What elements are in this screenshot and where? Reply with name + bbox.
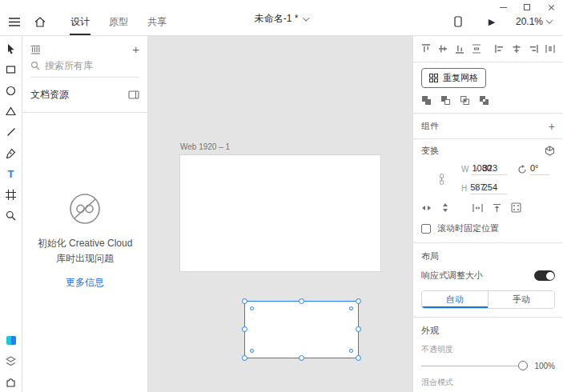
align-bottom-button[interactable] [455,44,464,54]
zoom-tool[interactable] [5,210,18,221]
close-button[interactable] [539,0,563,14]
layers-icon [6,356,16,366]
search-icon [30,61,40,70]
corner-radius-handle-ne[interactable] [349,306,353,310]
libraries-panel-button[interactable] [5,334,18,346]
rotation-input[interactable]: 0° [530,163,549,175]
3d-transform-button[interactable] [545,146,555,156]
home-button[interactable] [30,12,50,31]
responsive-resize-row: 响应式调整大小 [421,270,555,282]
repeat-grid-button[interactable]: 重复网格 [421,68,486,88]
top-bar-row: 设计 原型 共享 未命名-1 * ▶ 20.1% [5,8,557,35]
flip-horizontal-button[interactable] [421,203,432,213]
artboard-tool[interactable] [5,189,18,200]
boolean-intersect-icon [460,95,470,106]
align-center-button[interactable] [512,44,521,54]
layers-panel-button[interactable] [5,355,18,366]
document-title-menu[interactable]: 未命名-1 * [255,12,309,26]
lock-aspect-ratio-button[interactable] [421,174,461,185]
artboard-title[interactable]: Web 1920 – 1 [180,142,230,151]
stack-button[interactable] [492,203,502,213]
selection-handle-w[interactable] [242,326,247,332]
flip-horizontal-icon [421,203,432,213]
resize-auto-label: 自动 [446,294,464,306]
desktop-preview-button[interactable]: ▶ [482,12,501,31]
search-input[interactable] [45,60,127,71]
line-tool[interactable] [5,126,18,138]
rectangle-tool[interactable] [5,64,18,75]
corner-radius-button[interactable] [511,202,521,213]
align-middle-button[interactable] [438,44,448,54]
artboard[interactable] [180,155,380,271]
repeat-grid-label: 重复网格 [443,72,478,84]
more-info-link[interactable]: 更多信息 [66,276,104,290]
line-icon [6,127,16,137]
text-tool-icon: T [8,168,14,180]
y-input[interactable]: 254 [483,182,507,194]
opacity-slider[interactable] [421,361,528,370]
tab-prototype[interactable]: 原型 [99,8,138,35]
selection-handle-nw[interactable] [242,298,247,304]
height-field: H 587 [461,182,474,194]
canvas[interactable]: Web 1920 – 1 [148,36,412,392]
distribute-vertical-button[interactable] [472,44,481,54]
plugins-panel-button[interactable] [5,376,18,387]
ellipse-icon [6,86,16,96]
boolean-intersect-button[interactable] [460,95,470,106]
selected-rectangle[interactable] [244,301,359,358]
corner-radius-handle-se[interactable] [349,349,353,353]
align-left-icon [495,44,505,54]
zoom-level-menu[interactable]: 20.1% [516,16,552,27]
chevron-down-icon [303,14,309,21]
polygon-tool[interactable] [5,106,18,117]
pen-tool[interactable] [5,147,18,158]
maximize-button[interactable] [515,0,539,14]
resize-auto-button[interactable]: 自动 [422,291,488,308]
transform-section: 变换 W 1080 X 323 [413,139,563,243]
selection-handle-se[interactable] [356,355,361,361]
text-tool[interactable]: T [5,168,18,179]
top-bar: 设计 原型 共享 未命名-1 * ▶ 20.1% [0,0,563,36]
ellipse-tool[interactable] [5,85,18,96]
corner-radius-handle-nw[interactable] [250,306,254,310]
selection-handle-n[interactable] [299,298,304,304]
preview-on-device-button[interactable] [448,12,468,31]
tab-design[interactable]: 设计 [61,8,99,35]
distribute-vertical-icon [472,44,481,54]
fix-position-checkbox[interactable] [421,224,431,234]
responsive-resize-toggle[interactable] [534,270,555,281]
boolean-exclude-button[interactable] [479,95,489,106]
flip-vertical-button[interactable] [440,202,450,213]
opacity-slider-knob[interactable] [518,361,528,370]
add-library-button[interactable]: + [132,43,139,55]
boolean-add-button[interactable] [421,95,432,106]
distribute-horizontal-button[interactable] [545,44,555,54]
align-right-button[interactable] [529,44,538,54]
vertical-align-group [421,44,481,54]
document-assets-item[interactable]: 文档资源 [22,78,147,113]
creative-cloud-error-icon [67,191,103,226]
corner-radius-handle-sw[interactable] [250,349,254,353]
selection-handle-e[interactable] [356,326,361,332]
align-left-button[interactable] [495,44,505,54]
library-search [30,60,139,78]
resize-manual-button[interactable]: 手动 [488,291,554,308]
add-component-button[interactable]: + [549,121,555,132]
x-input[interactable]: 323 [483,163,507,175]
hamburger-menu-button[interactable] [5,12,24,31]
responsive-resize-label: 响应式调整大小 [421,270,483,282]
selection-handle-s[interactable] [299,355,304,361]
tab-share[interactable]: 共享 [138,8,176,35]
libraries-panel: + 文档资源 初始化 Creative Cloud 库时出现问题 更多信息 [22,36,148,392]
selection-handle-sw[interactable] [242,355,247,361]
align-top-button[interactable] [421,44,431,54]
padding-button[interactable] [473,203,483,213]
hamburger-icon [9,18,20,26]
selection-handle-ne[interactable] [356,298,361,304]
tab-share-label: 共享 [147,15,167,29]
x-label: X [474,165,480,174]
select-tool[interactable] [5,43,18,54]
boolean-subtract-button[interactable] [440,95,451,106]
align-center-icon [512,44,521,54]
minimize-button[interactable] [491,0,515,14]
